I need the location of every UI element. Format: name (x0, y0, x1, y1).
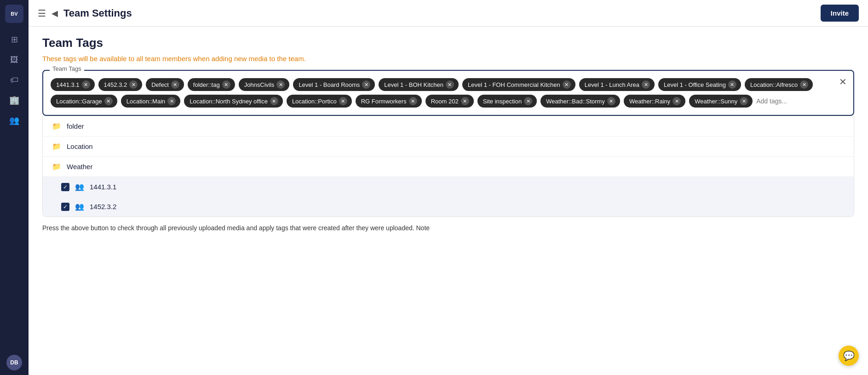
tag-item: 1452.3.2✕ (98, 78, 143, 91)
checkbox[interactable]: ✓ (61, 183, 69, 191)
tag-item: Level 1 - Board Rooms✕ (293, 78, 375, 91)
dropdown-group-folder[interactable]: 📁folder (43, 116, 854, 136)
tag-label: Weather::Sunny (695, 98, 737, 105)
tag-label: Weather::Bad::Stormy (546, 98, 605, 105)
tag-item: Level 1 - BOH Kitchen✕ (379, 78, 459, 91)
team-tags-container: Team Tags ✕ 1441.3.1✕1452.3.2✕Defect✕fol… (42, 70, 854, 116)
tag-remove-button[interactable]: ✕ (563, 80, 571, 89)
add-tags-input[interactable] (756, 97, 837, 105)
header: ☰ ◀ Team Settings Invite (29, 0, 868, 27)
folder-icon: 📁 (52, 122, 61, 131)
tag-item: Defect✕ (146, 78, 184, 91)
tag-item: folder::tag✕ (188, 78, 235, 91)
tag-remove-button[interactable]: ✕ (800, 80, 808, 89)
tag-item: JohnsCivils✕ (239, 78, 290, 91)
tag-item: Level 1 - FOH Commercial Kitchen✕ (462, 78, 575, 91)
folder-icon: 📁 (52, 142, 61, 151)
tag-remove-button[interactable]: ✕ (167, 97, 176, 105)
close-button[interactable]: ✕ (839, 76, 847, 87)
image-icon[interactable]: 🖼 (6, 51, 23, 68)
tag-label: Location::Alfresco (750, 81, 798, 88)
app-logo[interactable]: BV (5, 5, 23, 23)
dropdown-group-label: Location (67, 142, 93, 150)
tag-label: Level 1 - FOH Commercial Kitchen (468, 81, 560, 88)
tag-label: 1441.3.1 (56, 81, 80, 88)
dropdown-item-1441-3-1[interactable]: ✓👥1441.3.1 (43, 177, 854, 197)
back-icon[interactable]: ◀ (52, 8, 58, 18)
tag-item: Level 1 - Lunch Area✕ (579, 78, 655, 91)
tag-remove-button[interactable]: ✕ (362, 80, 370, 89)
tag-remove-button[interactable]: ✕ (276, 80, 285, 89)
dropdown-group-weather[interactable]: 📁Weather (43, 157, 854, 177)
people-icon[interactable]: 👥 (6, 112, 23, 129)
tag-label: Weather::Rainy (629, 98, 670, 105)
avatar[interactable]: DB (6, 355, 22, 370)
tag-remove-button[interactable]: ✕ (740, 97, 748, 105)
tag-remove-button[interactable]: ✕ (222, 80, 230, 89)
tag-label: Location::Garage (56, 98, 102, 105)
page-title: Team Settings (63, 7, 815, 19)
tag-remove-button[interactable]: ✕ (270, 97, 278, 105)
menu-icon[interactable]: ☰ (38, 8, 46, 19)
tag-item: Location::Alfresco✕ (745, 78, 813, 91)
tag-label: 1452.3.2 (104, 81, 127, 88)
team-tags-label: Team Tags (50, 65, 84, 72)
tag-remove-button[interactable]: ✕ (82, 80, 90, 89)
tag-label: Defect (151, 81, 169, 88)
tag-remove-button[interactable]: ✕ (728, 80, 736, 89)
tag-remove-button[interactable]: ✕ (446, 80, 454, 89)
tag-remove-button[interactable]: ✕ (129, 80, 138, 89)
tag-item: Location::North Sydney office✕ (184, 95, 283, 108)
tag-item: Site inspection✕ (477, 95, 537, 108)
tag-item: Weather::Sunny✕ (689, 95, 753, 108)
dropdown-item-1452-3-2[interactable]: ✓👥1452.3.2 (43, 197, 854, 216)
tag-item: Location::Portico✕ (287, 95, 352, 108)
tag-remove-button[interactable]: ✕ (524, 97, 532, 105)
content-area: Team Tags These tags will be available t… (29, 27, 868, 375)
main-area: ☰ ◀ Team Settings Invite Team Tags These… (29, 0, 868, 375)
building-icon[interactable]: 🏢 (6, 92, 23, 108)
section-title: Team Tags (42, 36, 854, 50)
dropdown-group-location[interactable]: 📁Location (43, 136, 854, 157)
tag-remove-button[interactable]: ✕ (104, 97, 113, 105)
section-description: These tags will be available to all team… (42, 55, 854, 62)
tag-label: Level 1 - Office Seating (664, 81, 726, 88)
tag-label: Location::North Sydney office (190, 98, 268, 105)
tags-area: 1441.3.1✕1452.3.2✕Defect✕folder::tag✕Joh… (51, 78, 846, 108)
dropdown-list: 📁folder📁Location📁Weather✓👥1441.3.1✓👥1452… (42, 116, 854, 217)
tag-label: Room 202 (431, 98, 459, 105)
tag-item: Weather::Rainy✕ (624, 95, 685, 108)
bottom-text: Press the above button to check through … (42, 224, 854, 232)
tag-label: Location::Portico (292, 98, 337, 105)
tag-item: Level 1 - Office Seating✕ (658, 78, 741, 91)
checkbox[interactable]: ✓ (61, 203, 69, 211)
dropdown-item-label: 1452.3.2 (90, 203, 116, 210)
invite-button[interactable]: Invite (821, 5, 859, 22)
tag-label: folder::tag (193, 81, 220, 88)
group-icon: 👥 (75, 202, 84, 211)
tag-item: 1441.3.1✕ (51, 78, 95, 91)
dropdown-group-label: folder (67, 122, 84, 130)
dropdown-item-label: 1441.3.1 (90, 183, 116, 191)
tag-label: Level 1 - Board Rooms (299, 81, 360, 88)
sidebar: BV ⊞ 🖼 🏷 🏢 👥 DB (0, 0, 29, 375)
tag-remove-button[interactable]: ✕ (409, 97, 417, 105)
tag-remove-button[interactable]: ✕ (171, 80, 179, 89)
tag-remove-button[interactable]: ✕ (642, 80, 650, 89)
tag-icon[interactable]: 🏷 (6, 72, 23, 88)
tag-item: Location::Main✕ (121, 95, 181, 108)
group-icon: 👥 (75, 182, 84, 191)
tag-item: Location::Garage✕ (51, 95, 117, 108)
tag-item: RG Formworkers✕ (356, 95, 422, 108)
tag-remove-button[interactable]: ✕ (339, 97, 347, 105)
tag-remove-button[interactable]: ✕ (607, 97, 615, 105)
tag-label: Level 1 - Lunch Area (585, 81, 639, 88)
tag-label: Level 1 - BOH Kitchen (384, 81, 443, 88)
tag-remove-button[interactable]: ✕ (673, 97, 681, 105)
chat-button[interactable]: 💬 (839, 346, 859, 366)
tag-remove-button[interactable]: ✕ (461, 97, 469, 105)
tag-label: JohnsCivils (244, 81, 275, 88)
grid-icon[interactable]: ⊞ (6, 31, 23, 48)
dropdown-group-label: Weather (67, 163, 92, 170)
tag-item: Weather::Bad::Stormy✕ (540, 95, 620, 108)
